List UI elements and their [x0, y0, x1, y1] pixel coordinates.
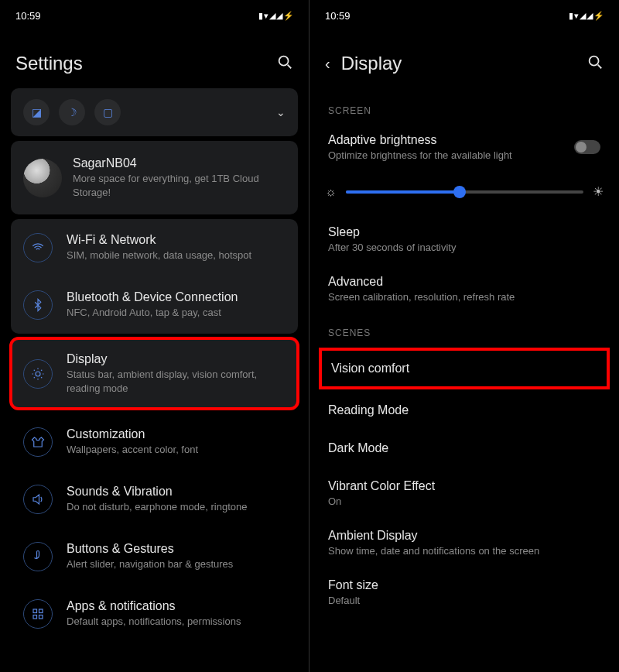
svg-rect-5 — [33, 615, 37, 619]
item-subtitle: Show time, date and notifications on the… — [328, 545, 600, 557]
item-title: Buttons & Gestures — [67, 542, 233, 556]
section-screen-label: SCREEN — [310, 91, 619, 122]
item-title: Reading Mode — [328, 403, 600, 417]
display-item[interactable]: Display Status bar, ambient display, vis… — [11, 338, 298, 409]
item-subtitle: Alert slider, navigation bar & gestures — [67, 557, 233, 571]
item-title: Font size — [328, 578, 600, 592]
wifi-icon — [23, 233, 53, 262]
item-title: Adaptive brightness — [328, 133, 512, 147]
buttons-item[interactable]: Buttons & Gestures Alert slider, navigat… — [11, 528, 298, 585]
header: ‹ Display — [310, 25, 619, 84]
svg-point-7 — [590, 57, 599, 66]
expand-toggles-button[interactable]: ⌄ — [276, 106, 286, 118]
quick-toggle-1-icon[interactable]: ◪ — [23, 99, 50, 125]
status-icons: ▮ ▾ ◢ ◢ ⚡ — [569, 11, 604, 21]
item-subtitle: Default apps, notifications, permissions — [67, 615, 241, 629]
item-subtitle: SIM, mobile network, data usage, hotspot — [67, 249, 251, 262]
display-card-highlighted: Display Status bar, ambient display, vis… — [11, 338, 298, 409]
customization-item[interactable]: Customization Wallpapers, accent color, … — [11, 413, 298, 471]
item-subtitle: Screen calibration, resolution, refresh … — [328, 291, 600, 303]
page-title: Display — [341, 53, 402, 74]
brightness-slider[interactable] — [346, 190, 583, 194]
display-settings-screen: 10:59 ▮ ▾ ◢ ◢ ⚡ ‹ Display SCREEN Adaptiv… — [310, 0, 619, 672]
gesture-icon — [23, 542, 53, 571]
quick-toggle-2-icon[interactable]: ☽ — [59, 99, 85, 125]
item-title: Dark Mode — [328, 441, 600, 455]
brightness-low-icon: ☼ — [325, 185, 337, 199]
vision-comfort-item-highlighted[interactable]: Vision comfort — [319, 348, 610, 389]
item-subtitle: Default — [328, 595, 600, 606]
vibrant-color-item[interactable]: Vibrant Color Effect On — [310, 468, 619, 518]
item-title: Advanced — [328, 275, 600, 289]
item-title: Sounds & Vibration — [67, 485, 247, 499]
item-subtitle: Status bar, ambient display, vision comf… — [67, 368, 283, 395]
item-title: Display — [67, 352, 283, 366]
sounds-item[interactable]: Sounds & Vibration Do not disturb, earph… — [11, 471, 298, 528]
svg-rect-3 — [33, 609, 37, 613]
clock: 10:59 — [15, 10, 41, 22]
account-name: SagarNB04 — [73, 156, 286, 170]
brightness-slider-row: ☼ ☀ — [310, 172, 619, 214]
item-title: Apps & notifications — [67, 599, 241, 613]
ambient-display-item[interactable]: Ambient Display Show time, date and noti… — [310, 518, 619, 567]
item-title: Vibrant Color Effect — [328, 479, 600, 493]
svg-rect-4 — [39, 609, 43, 613]
bluetooth-item[interactable]: Bluetooth & Device Connection NFC, Andro… — [11, 276, 298, 334]
item-title: Ambient Display — [328, 529, 600, 543]
reading-mode-item[interactable]: Reading Mode — [310, 393, 619, 430]
clock: 10:59 — [325, 10, 351, 22]
search-button[interactable] — [276, 53, 293, 74]
apps-item[interactable]: Apps & notifications Default apps, notif… — [11, 585, 298, 643]
item-title: Vision comfort — [331, 362, 597, 375]
item-title: Wi-Fi & Network — [67, 233, 251, 247]
settings-screen: 10:59 ▮ ▾ ◢ ◢ ⚡ Settings ◪ ☽ ▢ ⌄ SagarNB… — [0, 0, 310, 672]
dark-mode-item[interactable]: Dark Mode — [310, 430, 619, 468]
font-size-item[interactable]: Font size Default — [310, 567, 619, 617]
adaptive-brightness-toggle[interactable] — [574, 140, 600, 154]
svg-rect-6 — [39, 615, 43, 619]
account-card[interactable]: SagarNB04 More space for everything, get… — [11, 141, 298, 214]
item-title: Sleep — [328, 225, 600, 239]
brightness-icon — [23, 359, 53, 389]
item-subtitle: Do not disturb, earphone mode, ringtone — [67, 500, 247, 514]
item-subtitle: NFC, Android Auto, tap & pay, cast — [67, 306, 238, 320]
item-subtitle: After 30 seconds of inactivity — [328, 242, 600, 253]
bluetooth-icon — [23, 290, 53, 320]
status-bar: 10:59 ▮ ▾ ◢ ◢ ⚡ — [0, 6, 309, 25]
speaker-icon — [23, 485, 53, 514]
header: Settings — [0, 25, 309, 84]
wifi-network-item[interactable]: Wi-Fi & Network SIM, mobile network, dat… — [11, 219, 298, 276]
quick-toggle-3-icon[interactable]: ▢ — [94, 99, 121, 125]
status-bar: 10:59 ▮ ▾ ◢ ◢ ⚡ — [310, 6, 619, 25]
quick-toggles-card: ◪ ☽ ▢ ⌄ — [11, 88, 298, 136]
adaptive-brightness-item[interactable]: Adaptive brightness Optimize brightness … — [310, 122, 619, 172]
svg-line-1 — [288, 65, 292, 69]
advanced-item[interactable]: Advanced Screen calibration, resolution,… — [310, 264, 619, 314]
sleep-item[interactable]: Sleep After 30 seconds of inactivity — [310, 214, 619, 264]
svg-point-0 — [279, 57, 289, 66]
status-icons: ▮ ▾ ◢ ◢ ⚡ — [258, 11, 293, 21]
tshirt-icon — [23, 427, 53, 457]
section-scenes-label: SCENES — [310, 314, 619, 345]
avatar — [23, 159, 62, 197]
back-button[interactable]: ‹ — [325, 55, 330, 73]
brightness-high-icon: ☀ — [593, 184, 604, 199]
item-subtitle: On — [328, 495, 600, 507]
apps-icon — [23, 599, 53, 629]
page-title: Settings — [15, 53, 83, 74]
item-title: Customization — [67, 427, 198, 441]
item-subtitle: Optimize brightness for the available li… — [328, 149, 512, 161]
account-subtitle: More space for everything, get 1TB Cloud… — [73, 172, 286, 199]
search-button[interactable] — [587, 53, 604, 74]
svg-point-2 — [36, 372, 40, 376]
svg-line-8 — [598, 65, 602, 69]
more-items: Customization Wallpapers, accent color, … — [11, 413, 298, 643]
network-card: Wi-Fi & Network SIM, mobile network, dat… — [11, 219, 298, 334]
item-subtitle: Wallpapers, accent color, font — [67, 443, 198, 457]
item-title: Bluetooth & Device Connection — [67, 290, 238, 304]
